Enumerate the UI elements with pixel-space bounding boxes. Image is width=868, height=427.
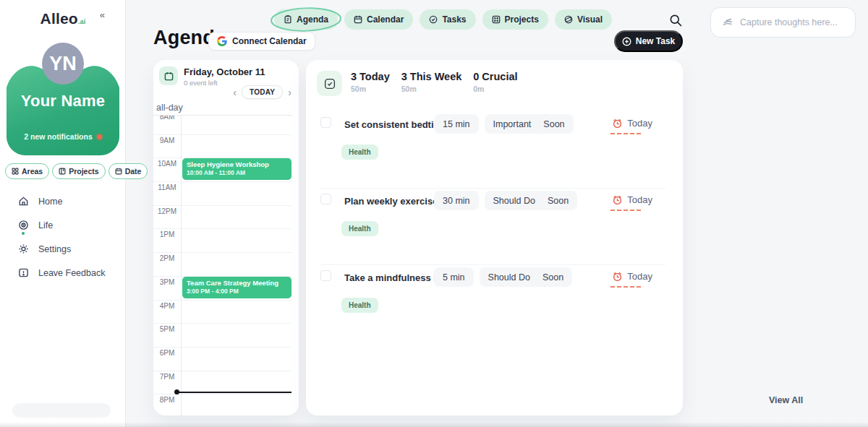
- agenda-day-panel: Friday, October 11 0 event left ‹ TODAY …: [153, 60, 299, 415]
- main-tab-label: Tasks: [442, 14, 466, 25]
- next-day-icon[interactable]: ›: [288, 87, 292, 98]
- task-schedule[interactable]: Today: [612, 118, 652, 129]
- connect-calendar-button[interactable]: Connect Calendar: [208, 32, 315, 51]
- stat-subtext: 50m: [401, 85, 462, 93]
- task-priority-pill[interactable]: Should Do Soon: [485, 191, 578, 210]
- main-tab-label: Projects: [505, 14, 539, 25]
- sidebar-nav-item[interactable]: Home: [0, 189, 126, 213]
- task-schedule-label: Today: [627, 194, 652, 205]
- task-pills: 15 min Important Soon: [434, 114, 574, 134]
- task-duration-pill[interactable]: 5 min: [434, 267, 474, 287]
- tasks-icon: [429, 15, 438, 24]
- task-checkbox[interactable]: [320, 194, 331, 204]
- notifications-row[interactable]: 2 new notifications: [7, 132, 119, 141]
- task-urgency-label: Soon: [548, 196, 569, 206]
- main-tab[interactable]: Agenda: [274, 9, 338, 30]
- task-schedule[interactable]: Today: [612, 271, 652, 282]
- agenda-icon: [284, 15, 292, 24]
- avatar[interactable]: YN: [42, 43, 84, 85]
- all-day-label: all-day: [156, 103, 183, 113]
- task-tag-health[interactable]: Health: [341, 298, 378, 313]
- google-icon: [217, 36, 227, 46]
- window-bottom-shadow: [0, 422, 868, 427]
- sidebar-nav-label: Life: [38, 220, 53, 230]
- sidebar-nav-label: Home: [38, 197, 62, 207]
- connect-calendar-label: Connect Calendar: [232, 36, 307, 46]
- capture-thoughts-input[interactable]: [740, 17, 848, 27]
- stat-label: 3 Today: [351, 71, 390, 82]
- hour-label: 9AM: [153, 135, 181, 145]
- main-tab[interactable]: Calendar: [344, 9, 413, 30]
- events-layer: Sleep Hygiene Workshop 10:00 AM - 11:00 …: [182, 111, 292, 415]
- app-logo-text: Alleo: [41, 10, 78, 27]
- hour-label: 6PM: [153, 348, 181, 357]
- projects-board-icon: [59, 168, 66, 175]
- task-priority-label: Should Do: [488, 272, 530, 282]
- sidebar-filter-pill[interactable]: Date: [109, 163, 148, 179]
- main-tab-label: Calendar: [367, 14, 404, 25]
- view-all-link[interactable]: View All: [769, 395, 803, 405]
- task-checkbox[interactable]: [320, 117, 331, 128]
- hour-label: 5PM: [153, 324, 181, 333]
- pomodoro-timer-icon: [612, 271, 623, 282]
- main-tab-label: Agenda: [297, 14, 328, 25]
- current-time-indicator: [177, 392, 292, 393]
- event-title: Sleep Hygiene Workshop: [187, 160, 287, 168]
- feedback-icon: [18, 267, 29, 278]
- calendar-event[interactable]: Team Care Strategy Meeting 3:00 PM - 4:0…: [182, 277, 292, 298]
- main-tab[interactable]: Tasks: [420, 9, 475, 30]
- sidebar-filter-pill[interactable]: Projects: [52, 163, 105, 179]
- capture-thoughts-box[interactable]: [710, 7, 856, 38]
- task-tag-health[interactable]: Health: [341, 145, 378, 160]
- sidebar-filter-row: Areas Projects Date: [5, 163, 148, 179]
- quick-note-icon: [722, 17, 733, 28]
- task-list: Set consistent bedtime 15 min Important …: [306, 112, 683, 342]
- projects-icon: [492, 15, 501, 24]
- sidebar-nav-item[interactable]: Life: [0, 213, 126, 237]
- task-title[interactable]: Set consistent bedtime: [344, 119, 447, 130]
- task-pills: 5 min Should Do Soon: [434, 267, 572, 287]
- task-row: Plan weekly exercise routine 30 min Shou…: [306, 189, 683, 265]
- task-duration-pill[interactable]: 15 min: [434, 114, 479, 134]
- stat-label: 3 This Week: [401, 71, 462, 82]
- sidebar-filter-label: Date: [125, 167, 142, 176]
- target-icon: [18, 220, 29, 230]
- task-checkbox[interactable]: [320, 270, 331, 281]
- plus-circle-icon: [622, 37, 631, 46]
- time-grid: all-day 8AM 9AM 10AM 11AM 12PM: [153, 101, 299, 415]
- sidebar-nav-item[interactable]: Leave Feedback: [0, 261, 126, 285]
- event-time: 3:00 PM - 4:00 PM: [187, 288, 287, 295]
- hour-label: 2PM: [153, 253, 181, 262]
- app-logo-suffix: .ai: [78, 18, 86, 25]
- search-icon[interactable]: [668, 13, 684, 29]
- task-priority-pill[interactable]: Important Soon: [485, 114, 574, 134]
- app-logo: Alleo.ai: [0, 10, 126, 27]
- hour-label: 7PM: [153, 371, 181, 381]
- sidebar-nav-label: Settings: [38, 244, 71, 254]
- task-schedule[interactable]: Today: [612, 194, 652, 205]
- hour-label: 3PM: [153, 277, 181, 286]
- task-urgency-label: Soon: [542, 272, 563, 282]
- task-duration-pill[interactable]: 30 min: [434, 191, 479, 210]
- task-row: Take a mindfulness break 5 min Should Do…: [306, 265, 683, 342]
- task-priority-pill[interactable]: Should Do Soon: [480, 267, 573, 287]
- sidebar-nav-item[interactable]: Settings: [0, 237, 126, 261]
- task-schedule-label: Today: [627, 271, 652, 282]
- prev-day-icon[interactable]: ‹: [233, 87, 237, 98]
- sidebar-filter-pill[interactable]: Areas: [5, 163, 49, 179]
- check-square-icon: [317, 71, 342, 96]
- pomodoro-timer-icon: [612, 194, 623, 205]
- hour-label: 10AM: [153, 158, 181, 168]
- sidebar-collapse-icon[interactable]: «: [100, 9, 105, 20]
- main-tab[interactable]: Visual: [555, 9, 612, 30]
- hour-label: 1PM: [153, 229, 181, 238]
- date-calendar-icon: [115, 168, 122, 175]
- calendar-event[interactable]: Sleep Hygiene Workshop 10:00 AM - 11:00 …: [182, 158, 292, 180]
- sidebar-footer-placeholder: [12, 403, 111, 418]
- task-tag-health[interactable]: Health: [341, 221, 378, 236]
- today-button[interactable]: TODAY: [242, 85, 283, 99]
- app-window: Alleo.ai « Your Name 2 new notifications…: [0, 0, 868, 427]
- new-task-button[interactable]: New Task: [614, 30, 683, 52]
- main-tab[interactable]: Projects: [482, 9, 548, 30]
- stat-label: 0 Crucial: [473, 71, 517, 82]
